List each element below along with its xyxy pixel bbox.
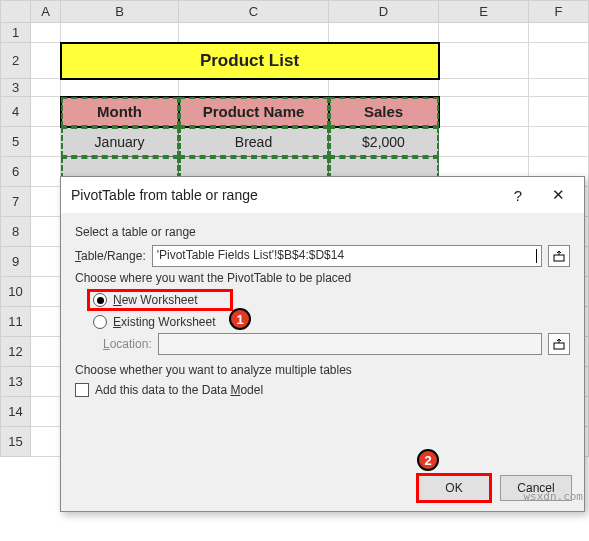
row-6[interactable]: 6: [1, 157, 31, 187]
row-15[interactable]: 15: [1, 427, 31, 457]
row-14[interactable]: 14: [1, 397, 31, 427]
svg-rect-0: [554, 255, 564, 261]
row-1[interactable]: 1: [1, 23, 31, 43]
header-month[interactable]: Month: [61, 97, 179, 127]
svg-rect-1: [554, 343, 564, 349]
dialog-titlebar[interactable]: PivotTable from table or range ? ✕: [61, 177, 584, 213]
col-F[interactable]: F: [529, 1, 589, 23]
row-10[interactable]: 10: [1, 277, 31, 307]
row-4[interactable]: 4: [1, 97, 31, 127]
cell-B5[interactable]: January: [61, 127, 179, 157]
col-D[interactable]: D: [329, 1, 439, 23]
data-model-label[interactable]: Add this data to the Data Model: [95, 383, 263, 397]
radio-existing-worksheet-label[interactable]: Existing Worksheet: [113, 315, 216, 329]
ok-button[interactable]: OK: [418, 475, 490, 501]
annotation-1: 1: [229, 308, 251, 330]
row-7[interactable]: 7: [1, 187, 31, 217]
col-E[interactable]: E: [439, 1, 529, 23]
col-B[interactable]: B: [61, 1, 179, 23]
header-product[interactable]: Product Name: [179, 97, 329, 127]
table-range-input[interactable]: 'PivotTable Fields List'!$B$4:$D$14: [152, 245, 542, 267]
close-icon: ✕: [552, 186, 565, 204]
section-placement: Choose where you want the PivotTable to …: [75, 271, 570, 285]
location-label: Location:: [103, 337, 152, 351]
row-5[interactable]: 5: [1, 127, 31, 157]
row-9[interactable]: 9: [1, 247, 31, 277]
cell-D5[interactable]: $2,000: [329, 127, 439, 157]
row-11[interactable]: 11: [1, 307, 31, 337]
pivottable-dialog: PivotTable from table or range ? ✕ Selec…: [60, 176, 585, 512]
radio-new-worksheet[interactable]: [93, 293, 107, 307]
range-picker-button[interactable]: [548, 245, 570, 267]
row-8[interactable]: 8: [1, 217, 31, 247]
watermark: wsxdn.com: [523, 490, 583, 503]
dialog-title: PivotTable from table or range: [71, 187, 498, 203]
cell-C5[interactable]: Bread: [179, 127, 329, 157]
column-headers: A B C D E F: [1, 1, 589, 23]
location-picker-button: [548, 333, 570, 355]
location-input: [158, 333, 542, 355]
radio-new-worksheet-label[interactable]: New Worksheet: [113, 293, 197, 307]
help-button[interactable]: ?: [498, 180, 538, 210]
annotation-2: 2: [417, 449, 439, 471]
row-3[interactable]: 3: [1, 79, 31, 97]
close-button[interactable]: ✕: [538, 180, 578, 210]
row-13[interactable]: 13: [1, 367, 31, 397]
title-cell[interactable]: Product List: [61, 43, 439, 79]
collapse-icon: [553, 250, 565, 262]
header-sales[interactable]: Sales: [329, 97, 439, 127]
col-C[interactable]: C: [179, 1, 329, 23]
collapse-icon: [553, 338, 565, 350]
row-12[interactable]: 12: [1, 337, 31, 367]
table-range-label: Table/Range:: [75, 249, 146, 263]
section-multiple-tables: Choose whether you want to analyze multi…: [75, 363, 570, 377]
radio-existing-worksheet[interactable]: [93, 315, 107, 329]
data-model-checkbox[interactable]: [75, 383, 89, 397]
col-A[interactable]: A: [31, 1, 61, 23]
row-2[interactable]: 2: [1, 43, 31, 79]
section-select-range: Select a table or range: [75, 225, 570, 239]
